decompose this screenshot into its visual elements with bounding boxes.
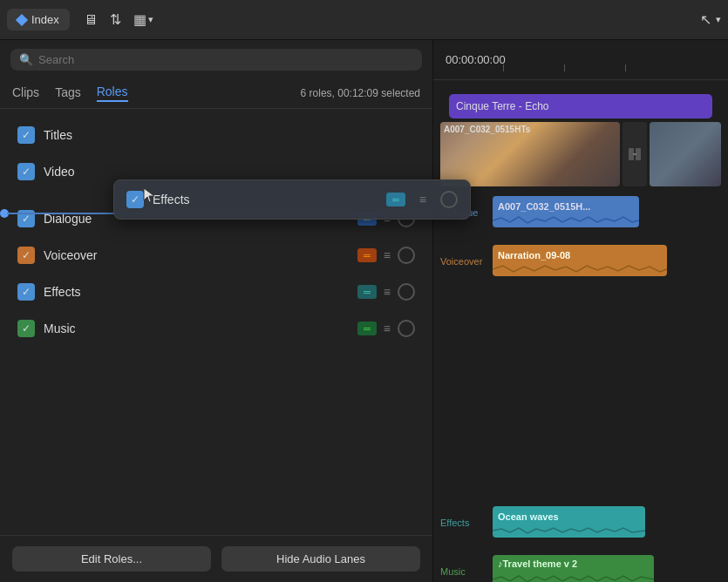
circle-btn-music[interactable] <box>398 320 415 337</box>
lines-btn-voiceover[interactable]: ≡ <box>384 248 391 262</box>
role-checkbox-effects[interactable]: ✓ <box>17 283 35 301</box>
effects-overlay-inner: ✓ Effects ═ ≡ <box>114 180 470 219</box>
role-item-titles[interactable]: ✓ Titles <box>5 118 427 152</box>
transition-icon <box>627 146 643 162</box>
role-icons-effects: ═ ≡ <box>357 283 415 301</box>
layout-icon[interactable]: ▦ <box>133 11 146 28</box>
tab-info: 6 roles, 00:12:09 selected <box>301 87 420 99</box>
role-checkbox-music[interactable]: ✓ <box>17 320 35 337</box>
roles-list: ✓ Titles ✓ Video ✓ Dialogue ═ ≡ <box>0 109 432 535</box>
tab-clips[interactable]: Clips <box>12 85 39 101</box>
role-name-voiceover: Voiceover <box>44 248 349 262</box>
dialogue-clip[interactable]: A007_C032_0515H... <box>493 196 639 227</box>
overlay-name-effects: Effects <box>153 193 378 206</box>
diamond-icon <box>16 13 28 25</box>
video-clip-label: A007_C032_0515HTs <box>444 125 530 134</box>
voiceover-waveform <box>493 264 667 274</box>
ruler-tick <box>503 64 504 71</box>
effects-clip-name: Ocean waves <box>498 511 559 522</box>
audio-lane-music: Music ♪ Travel theme v 2 <box>433 549 728 582</box>
clip-purple[interactable]: Cinque Terre - Echo <box>449 94 712 118</box>
lane-label-music: Music <box>433 566 493 577</box>
voiceover-clip-name: Narration_09-08 <box>498 250 570 261</box>
role-name-titles: Titles <box>44 128 415 142</box>
dialogue-clip-container: A007_C032_0515H... <box>493 193 721 232</box>
music-waveform <box>493 574 654 582</box>
bottom-buttons: Edit Roles... Hide Audio Lanes <box>0 535 432 582</box>
search-bar: 🔍 <box>10 49 422 71</box>
tabs-row: Clips Tags Roles 6 roles, 00:12:09 selec… <box>0 78 432 109</box>
role-checkbox-titles[interactable]: ✓ <box>17 126 35 144</box>
ruler-tick <box>564 64 565 71</box>
hide-audio-button[interactable]: Hide Audio Lanes <box>221 546 420 572</box>
role-item-music[interactable]: ✓ Music ═ ≡ <box>5 311 427 346</box>
video-strip: A007_C032_0515HTs <box>440 122 721 186</box>
dialogue-waveform <box>493 215 639 226</box>
role-name-music: Music <box>44 321 349 335</box>
effects-waveform <box>493 525 645 536</box>
tab-tags[interactable]: Tags <box>55 85 81 101</box>
circle-btn-voiceover[interactable] <box>398 247 415 264</box>
search-icon: 🔍 <box>19 53 33 66</box>
role-name-effects: Effects <box>44 285 349 299</box>
audio-lane-effects: Effects Ocean waves <box>433 500 728 545</box>
voiceover-clip[interactable]: Narration_09-08 <box>493 245 667 276</box>
role-checkbox-voiceover[interactable]: ✓ <box>17 247 35 264</box>
lane-icon-effects[interactable]: ═ <box>357 285 377 299</box>
dialogue-clip-name: A007_C032_0515H... <box>498 201 590 212</box>
lines-btn-music[interactable]: ≡ <box>384 321 391 335</box>
video-thumb-image-secondary <box>650 122 721 186</box>
lane-label-effects: Effects <box>433 518 493 528</box>
layout-chevron[interactable]: ▾ <box>148 14 153 25</box>
arrow-tool-chevron[interactable]: ▾ <box>716 14 721 25</box>
toolbar-icons: 🖥 ⇅ ▦ ▾ <box>84 11 153 28</box>
timeline-spacer <box>433 288 728 497</box>
index-label: Index <box>31 13 59 26</box>
role-item-voiceover[interactable]: ✓ Voiceover ═ ≡ <box>5 238 427 273</box>
effects-clip-container: Ocean waves <box>493 504 721 542</box>
arrow-toolbar: ↖ ▾ <box>700 11 721 28</box>
role-icons-music: ═ ≡ <box>357 320 415 337</box>
clip-title: Cinque Terre - Echo <box>456 100 549 112</box>
effects-clip[interactable]: Ocean waves <box>493 506 645 538</box>
transition-marker[interactable] <box>623 122 647 186</box>
role-item-effects[interactable]: ✓ Effects ═ ≡ <box>5 274 427 309</box>
music-clip[interactable]: ♪ Travel theme v 2 <box>493 555 654 582</box>
ruler-tick <box>625 64 626 71</box>
edit-roles-button[interactable]: Edit Roles... <box>12 546 211 572</box>
arrow-tool-icon[interactable]: ↖ <box>700 11 711 28</box>
lines-btn-effects[interactable]: ≡ <box>384 285 391 299</box>
lane-icon-music[interactable]: ═ <box>357 321 377 335</box>
title-clip-container: Cinque Terre - Echo <box>440 87 721 118</box>
index-button[interactable]: Index <box>7 9 70 30</box>
voiceover-clip-container: Narration_09-08 <box>493 242 721 281</box>
lane-label-voiceover: Voiceover <box>433 256 493 267</box>
tab-roles[interactable]: Roles <box>97 85 128 102</box>
overlay-lane-icon[interactable]: ═ <box>386 193 405 206</box>
audio-lane-dialogue: Dialogue A007_C032_0515H... <box>433 190 728 235</box>
music-clip-container: ♪ Travel theme v 2 <box>493 552 721 582</box>
search-input[interactable] <box>38 53 413 66</box>
role-icons-voiceover: ═ ≡ <box>357 247 415 264</box>
circle-btn-effects[interactable] <box>398 283 415 301</box>
video-thumb-main[interactable]: A007_C032_0515HTs <box>440 122 620 186</box>
left-panel: 🔍 Clips Tags Roles 6 roles, 00:12:09 sel… <box>0 40 433 582</box>
music-clip-name: Travel theme v 2 <box>503 558 578 569</box>
overlay-checkbox-effects[interactable]: ✓ <box>126 191 144 208</box>
lane-icon-voiceover[interactable]: ═ <box>357 248 377 262</box>
audio-lane-voiceover: Voiceover Narration_09-08 <box>433 239 728 284</box>
top-toolbar: Index 🖥 ⇅ ▦ ▾ ↖ ▾ <box>0 0 728 40</box>
role-checkbox-video[interactable]: ✓ <box>17 163 35 180</box>
timeline-lanes: Cinque Terre - Echo A007_C032_0515HTs <box>433 80 728 582</box>
effects-drag-overlay[interactable]: ✓ Effects ═ ≡ <box>113 179 471 220</box>
monitor-icon[interactable]: 🖥 <box>84 12 98 28</box>
overlay-lines-btn[interactable]: ≡ <box>419 193 426 206</box>
timeline-ruler: 00:00:00:00 <box>433 40 728 80</box>
sort-icon[interactable]: ⇅ <box>110 11 121 28</box>
timecode: 00:00:00:00 <box>446 53 506 66</box>
video-thumb-secondary[interactable] <box>650 122 721 186</box>
overlay-circle-btn[interactable] <box>440 191 458 208</box>
overlay-icons-effects: ═ ≡ <box>386 191 458 208</box>
main-layout: 🔍 Clips Tags Roles 6 roles, 00:12:09 sel… <box>0 40 728 582</box>
layout-icon-group: ▦ ▾ <box>133 11 153 28</box>
